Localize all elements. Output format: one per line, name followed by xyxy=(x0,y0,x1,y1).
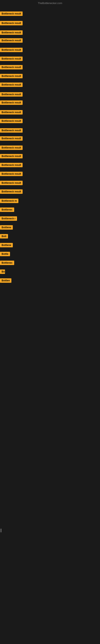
bottleneck-result-item: Bottleneck result xyxy=(0,119,23,123)
bottleneck-badge: Bottleneck r xyxy=(0,216,17,221)
bottleneck-badge: Bottleneck result xyxy=(0,82,23,87)
site-header: TheBottlenecker.com xyxy=(0,0,100,6)
bottleneck-result-item: Bott xyxy=(0,234,8,238)
bottleneck-result-item: Bottleneck result xyxy=(0,154,23,158)
bottleneck-result-item: Bottleneck result xyxy=(0,38,23,43)
bottleneck-result-item: Bottleneck result xyxy=(0,56,23,61)
bottleneck-badge: Bottleneck result xyxy=(0,56,23,61)
bottleneck-badge: Bottleneck result xyxy=(0,190,23,194)
bottleneck-result-item: Bottleneck result xyxy=(0,100,23,105)
bottleneck-result-item: Bo xyxy=(0,270,5,274)
bottleneck-badge: Bottleneck re xyxy=(0,199,18,203)
bottleneck-badge: Bottleneck result xyxy=(0,92,23,96)
bottleneck-badge: Bottlene xyxy=(0,225,13,230)
bottleneck-badge: Bottleneck result xyxy=(0,163,23,167)
bottleneck-badge: Bottleneck result xyxy=(0,65,23,70)
bottleneck-badge: Bottleneck result xyxy=(0,21,23,25)
bottleneck-badge: Bottleneck result xyxy=(0,110,23,114)
bottleneck-result-item: Bottleneck result xyxy=(0,30,23,35)
bottleneck-badge: Bo xyxy=(0,270,5,274)
bottleneck-badge: Bottlene xyxy=(0,243,13,247)
bottleneck-badge: Bottleneck result xyxy=(0,38,23,43)
bottleneck-result-item: Bottleneck result xyxy=(0,110,23,114)
text-cursor xyxy=(1,529,1,532)
bottleneck-result-item: Bottleneck result xyxy=(0,92,23,96)
bottleneck-result-item: Bottlene xyxy=(0,243,13,247)
bottleneck-result-item: Bottlene xyxy=(0,225,13,230)
bottleneck-result-item: Bottlen xyxy=(0,278,11,283)
bottleneck-result-item: Bottleneck result xyxy=(0,65,23,70)
bottleneck-badge: Bottleneck result xyxy=(0,74,23,78)
bottleneck-badge: Bottleneck result xyxy=(0,146,23,150)
bottleneck-badge: Bottleneck result xyxy=(0,48,23,52)
bottleneck-badge: Bottleneck result xyxy=(0,172,23,176)
bottleneck-result-item: Bottleneck result xyxy=(0,172,23,176)
site-title: TheBottlenecker.com xyxy=(38,2,62,5)
bottleneck-result-item: Bottleneck re xyxy=(0,199,18,203)
bottleneck-result-item: Bottleneck r xyxy=(0,216,17,221)
bottleneck-result-item: Bottlenec xyxy=(0,260,14,265)
bottleneck-result-item: Bottleneck result xyxy=(0,190,23,194)
bottleneck-badge: Bott xyxy=(0,234,8,238)
bottleneck-badge: Bottlenec xyxy=(0,208,14,212)
bottleneck-badge: Bottleneck result xyxy=(0,181,23,185)
bottleneck-badge: Bottleneck result xyxy=(0,128,23,132)
bottleneck-badge: Bottleneck result xyxy=(0,30,23,35)
bottleneck-result-item: Bottleneck result xyxy=(0,181,23,185)
bottleneck-result-item: Bottleneck result xyxy=(0,12,23,16)
bottleneck-result-item: Bottleneck result xyxy=(0,128,23,132)
bottleneck-result-item: Bottleneck result xyxy=(0,136,23,141)
bottleneck-result-item: Bottleneck result xyxy=(0,163,23,167)
bottleneck-badge: Bottleneck result xyxy=(0,154,23,158)
bottleneck-result-item: Bottleneck result xyxy=(0,82,23,87)
bottleneck-badge: Bottleneck result xyxy=(0,119,23,123)
bottleneck-result-item: Bottleneck result xyxy=(0,48,23,52)
bottleneck-badge: Bottleneck result xyxy=(0,136,23,141)
bottleneck-badge: Bottlenec xyxy=(0,260,14,265)
bottleneck-badge: Bottlen xyxy=(0,278,11,283)
bottleneck-result-item: Bottlenec xyxy=(0,208,14,212)
bottleneck-result-item: Bottle xyxy=(0,252,10,256)
bottleneck-result-item: Bottleneck result xyxy=(0,21,23,25)
bottleneck-badge: Bottleneck result xyxy=(0,100,23,105)
bottleneck-badge: Bottle xyxy=(0,252,10,256)
bottleneck-badge: Bottleneck result xyxy=(0,12,23,16)
bottleneck-result-item: Bottleneck result xyxy=(0,146,23,150)
bottleneck-result-item: Bottleneck result xyxy=(0,74,23,78)
